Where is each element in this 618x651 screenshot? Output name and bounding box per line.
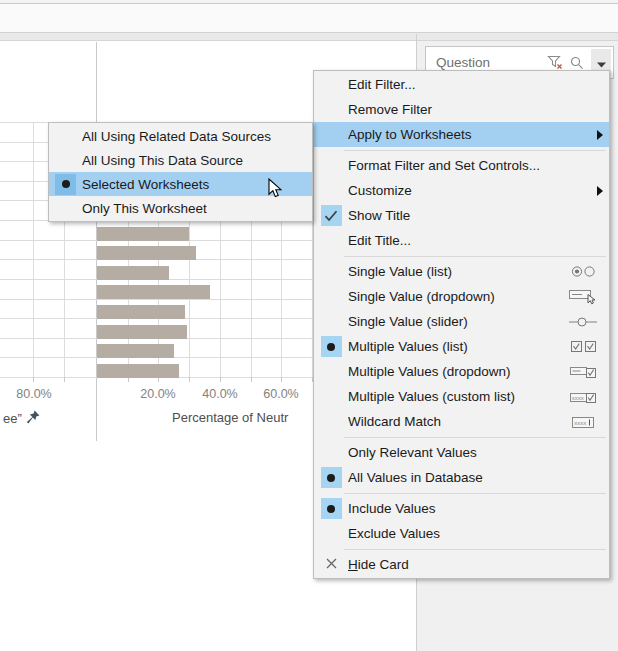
bar[interactable]	[97, 246, 196, 260]
menu-item-label: Multiple Values (list)	[348, 339, 571, 354]
menu-item-label: Customize	[348, 183, 609, 198]
dropdown-arrow-icon	[597, 54, 606, 72]
bar[interactable]	[97, 285, 210, 299]
submenu-arrow-icon	[597, 130, 603, 140]
menu-item-label: Edit Filter...	[348, 77, 609, 92]
filter-context-menu: Edit Filter...Remove FilterApply to Work…	[313, 70, 610, 579]
menu-item-label: Include Values	[348, 501, 609, 516]
sub-toolbar-band	[0, 33, 618, 41]
svg-text:xxxx: xxxx	[574, 420, 586, 426]
menu-item-customize[interactable]: Customize	[314, 178, 609, 203]
menu-item-label: All Using Related Data Sources	[82, 129, 312, 144]
menu-item-label: Single Value (dropdown)	[348, 289, 569, 304]
menu-item-show-title[interactable]: Show Title	[314, 203, 609, 228]
filter-card-title: Question	[426, 55, 547, 70]
menu-item-single-value-list[interactable]: Single Value (list)	[314, 259, 609, 284]
menu-item-all-values-in-database[interactable]: All Values in Database	[314, 465, 609, 490]
bar[interactable]	[97, 364, 179, 378]
menu-item-include-values[interactable]: Include Values	[314, 496, 609, 521]
bar[interactable]	[97, 266, 169, 280]
toolbar-band	[0, 4, 618, 33]
submenu-arrow-icon	[597, 186, 603, 196]
menu-item-marker	[314, 203, 348, 228]
pin-icon[interactable]	[26, 410, 40, 427]
search-icon[interactable]	[570, 56, 584, 70]
dropdown-check-icon	[570, 365, 597, 379]
funnel-clear-icon[interactable]	[547, 55, 563, 70]
menu-item-label: Edit Title...	[348, 233, 609, 248]
menu-item-gutter	[314, 309, 348, 334]
menu-item-marker	[314, 334, 348, 359]
menu-item-gutter	[314, 72, 348, 97]
menu-item-apply-to-worksheets[interactable]: Apply to Worksheets	[314, 122, 609, 147]
menu-item-exclude-values[interactable]: Exclude Values	[314, 521, 609, 546]
bar[interactable]	[97, 305, 185, 319]
menu-item-wildcard-match[interactable]: Wildcard Matchxxxx	[314, 409, 609, 434]
radio-list-icon	[571, 265, 597, 278]
menu-item-gutter	[314, 228, 348, 253]
axis-tick-label: 80.0%	[12, 387, 56, 401]
menu-item-only-relevant-values[interactable]: Only Relevant Values	[314, 440, 609, 465]
menu-item-gutter	[314, 359, 348, 384]
menu-item-label: Single Value (list)	[348, 264, 571, 279]
menu-item-gutter	[314, 122, 348, 147]
apply-to-worksheets-submenu: All Using Related Data SourcesAll Using …	[48, 122, 313, 222]
menu-item-label: Wildcard Match	[348, 414, 572, 429]
menu-item-label: Single Value (slider)	[348, 314, 569, 329]
menu-item-gutter	[314, 521, 348, 546]
menu-item-label: All Values in Database	[348, 470, 609, 485]
menu-item-format-filter-and-set-controls[interactable]: Format Filter and Set Controls...	[314, 153, 609, 178]
left-axis-title: ee”	[3, 410, 40, 427]
custom-list-icon: xxxx	[570, 390, 597, 404]
check-icon	[321, 205, 342, 226]
menu-item-label: Exclude Values	[348, 526, 609, 541]
bullet-dot	[327, 343, 335, 351]
bullet-dot	[62, 180, 70, 188]
menu-item-gutter	[314, 153, 348, 178]
menu-item-single-value-slider[interactable]: Single Value (slider)	[314, 309, 609, 334]
menu-item-gutter	[314, 409, 348, 434]
menu-item-gutter	[314, 284, 348, 309]
menu-item-all-using-this-data-source[interactable]: All Using This Data Source	[49, 148, 312, 172]
selected-bullet-icon	[321, 498, 342, 519]
menu-item-all-using-related-data-sources[interactable]: All Using Related Data Sources	[49, 124, 312, 148]
slider-icon	[569, 316, 597, 328]
axis-tick-label: 40.0%	[198, 387, 242, 401]
menu-item-label: Show Title	[348, 208, 609, 223]
axis-tick-label: 20.0%	[136, 387, 180, 401]
axis-tick-label: 60.0%	[259, 387, 303, 401]
right-axis-title: Percentage of Neutr	[172, 410, 288, 425]
axis-tick	[33, 377, 34, 382]
menu-item-label: Remove Filter	[348, 102, 609, 117]
menu-item-gutter	[314, 259, 348, 284]
menu-item-multiple-values-custom-list[interactable]: Multiple Values (custom list)xxxx	[314, 384, 609, 409]
menu-item-label: Apply to Worksheets	[348, 127, 609, 142]
bullet-dot	[327, 474, 335, 482]
menu-item-hide-card[interactable]: Hide Card	[314, 552, 609, 577]
menu-item-multiple-values-dropdown[interactable]: Multiple Values (dropdown)	[314, 359, 609, 384]
checkbox-list-icon	[571, 341, 597, 353]
dropdown-cursor-icon	[569, 289, 597, 305]
menu-item-multiple-values-list[interactable]: Multiple Values (list)	[314, 334, 609, 359]
menu-item-edit-filter[interactable]: Edit Filter...	[314, 72, 609, 97]
bar[interactable]	[97, 227, 189, 241]
menu-item-edit-title[interactable]: Edit Title...	[314, 228, 609, 253]
axis-tick	[281, 377, 282, 382]
menu-item-gutter	[314, 552, 348, 577]
axis-tick	[64, 377, 65, 382]
close-icon	[326, 557, 337, 572]
menu-item-single-value-dropdown[interactable]: Single Value (dropdown)	[314, 284, 609, 309]
menu-item-label: Format Filter and Set Controls...	[348, 158, 609, 173]
bar[interactable]	[97, 325, 187, 339]
mouse-cursor-icon	[268, 178, 283, 203]
menu-item-remove-filter[interactable]: Remove Filter	[314, 97, 609, 122]
menu-item-gutter	[314, 178, 348, 203]
menu-item-label: Only Relevant Values	[348, 445, 609, 460]
selected-bullet-icon	[321, 336, 342, 357]
menu-item-gutter	[314, 384, 348, 409]
selected-bullet-icon	[55, 174, 76, 195]
menu-item-label: Multiple Values (dropdown)	[348, 364, 570, 379]
menu-item-gutter	[314, 97, 348, 122]
bar[interactable]	[97, 344, 174, 358]
left-axis-title-text: ee”	[3, 411, 22, 426]
